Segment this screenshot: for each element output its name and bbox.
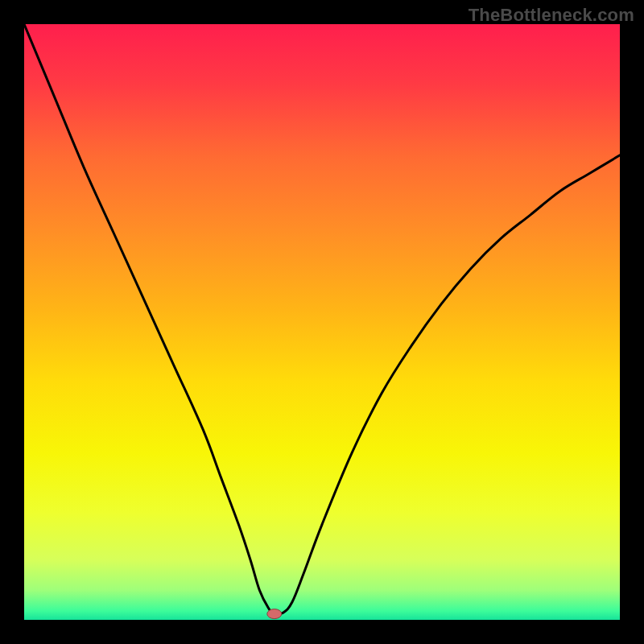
chart-frame: TheBottleneck.com [0, 0, 644, 644]
min-marker-icon [267, 609, 282, 619]
plot-svg [24, 24, 620, 620]
watermark-text: TheBottleneck.com [469, 5, 634, 26]
plot-area [24, 24, 620, 620]
curve-line [24, 24, 620, 614]
